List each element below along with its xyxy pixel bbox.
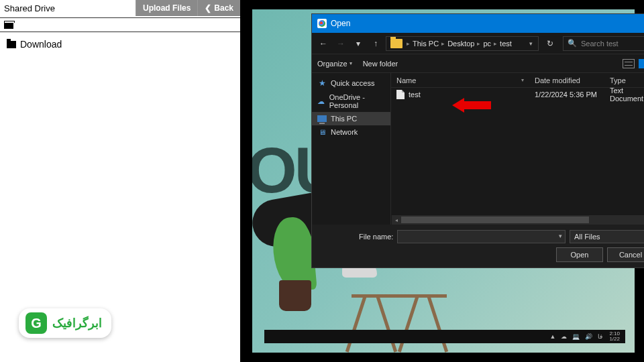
chevron-up-icon[interactable]: ▲ (550, 333, 556, 340)
column-name[interactable]: Name ▾ (391, 76, 529, 84)
watermark-icon: G (25, 312, 47, 334)
new-folder-button[interactable]: New folder (363, 60, 398, 68)
folder-icon (390, 39, 402, 48)
file-list[interactable]: test 1/22/2024 5:36 PM Text Document (391, 88, 644, 215)
volume-tray-icon[interactable]: 🔊 (585, 333, 592, 340)
file-list-pane: Name ▾ Date modified Type test 1/22/2024… (391, 73, 644, 225)
sidebar-item-quick-access[interactable]: ★ Quick access (312, 76, 390, 90)
nav-forward-button[interactable]: → (333, 36, 348, 51)
system-tray[interactable]: ▲ ☁ 💻 🔊 فا (550, 333, 603, 340)
file-type-filter[interactable]: All Files ▾ (570, 230, 644, 243)
file-name-input[interactable]: ▾ (397, 230, 566, 243)
search-icon: 🔍 (568, 39, 577, 48)
breadcrumb-desktop[interactable]: Desktop (447, 40, 474, 48)
shared-drive-tree: Download (0, 32, 240, 52)
search-placeholder: Search test (581, 40, 619, 48)
chevron-right-icon: ▸ (477, 40, 480, 47)
file-name-label: File name: (359, 233, 393, 241)
search-input[interactable]: 🔍 Search test (563, 36, 644, 51)
text-file-icon (396, 90, 405, 99)
breadcrumb-pc[interactable]: pc (483, 40, 491, 48)
pc-icon (317, 115, 327, 122)
dialog-navbar: ← → ▾ ↑ ▸ This PC ▸ Desktop ▸ pc ▸ test … (312, 33, 644, 54)
chevron-right-icon: ▸ (407, 40, 410, 47)
dialog-bottom-bar: File name: ▾ All Files ▾ Open Cancel (312, 225, 644, 267)
network-tray-icon[interactable]: 💻 (572, 333, 580, 340)
cancel-button[interactable]: Cancel (607, 247, 644, 262)
back-button[interactable]: ❮ Back (197, 0, 240, 16)
chevron-left-icon: ❮ (205, 3, 211, 13)
sidebar-item-network[interactable]: 🖥 Network (312, 125, 390, 139)
breadcrumb-this-pc[interactable]: This PC (413, 40, 439, 48)
chevron-down-icon: ▾ (350, 60, 352, 66)
column-date-modified[interactable]: Date modified (529, 76, 604, 84)
file-row[interactable]: test 1/22/2024 5:36 PM Text Document (391, 88, 644, 101)
shared-drive-title: Shared Drive (0, 3, 55, 13)
tree-item-label: Download (20, 39, 62, 50)
preview-pane-button[interactable] (639, 59, 644, 68)
close-button[interactable]: ✕ (634, 14, 644, 33)
chevron-right-icon: ▸ (441, 40, 445, 47)
sidebar-item-this-pc[interactable]: This PC (312, 112, 390, 125)
column-headers[interactable]: Name ▾ Date modified Type (391, 73, 644, 88)
refresh-button[interactable]: ↻ (543, 36, 557, 51)
file-date: 1/22/2024 5:36 PM (529, 90, 604, 99)
horizontal-scrollbar[interactable]: ◂ ▸ (392, 215, 644, 225)
dialog-title: Open (331, 19, 350, 28)
file-type: Text Document (604, 86, 644, 103)
nav-back-button[interactable]: ← (316, 36, 331, 51)
column-type[interactable]: Type (604, 76, 644, 84)
nav-recent-dropdown[interactable]: ▾ (351, 36, 366, 51)
file-name: test (409, 90, 421, 99)
folder-icon (7, 41, 16, 48)
dialog-toolbar: Organize ▾ New folder ? (312, 54, 644, 73)
divider (0, 17, 240, 18)
network-icon: 🖥 (317, 128, 327, 136)
dialog-sidebar: ★ Quick access ☁ OneDrive - Personal Thi… (312, 73, 391, 225)
watermark-logo: G ابرگرافیک (19, 308, 111, 338)
star-icon: ★ (317, 78, 327, 88)
drive-icon[interactable] (4, 22, 13, 29)
file-open-dialog: Open ✕ ← → ▾ ↑ ▸ This PC ▸ Desktop ▸ pc … (311, 13, 644, 268)
cloud-icon: ☁ (317, 97, 325, 106)
language-indicator[interactable]: فا (598, 333, 602, 340)
upload-files-button[interactable]: Upload Files (136, 0, 197, 16)
breadcrumb-test[interactable]: test (500, 40, 512, 48)
view-options-button[interactable] (623, 59, 635, 68)
tree-item-download[interactable]: Download (4, 36, 240, 52)
shared-drive-header: Shared Drive Upload Files ❮ Back (0, 0, 240, 16)
chevron-down-icon[interactable]: ▾ (559, 233, 562, 239)
shared-drive-panel: Shared Drive Upload Files ❮ Back Downloa… (0, 0, 240, 362)
scrollbar-thumb[interactable] (401, 217, 589, 223)
breadcrumb-bar[interactable]: ▸ This PC ▸ Desktop ▸ pc ▸ test ▾ (386, 36, 539, 51)
organize-menu[interactable]: Organize ▾ (317, 60, 352, 68)
back-button-label: Back (214, 3, 233, 13)
chrome-icon (317, 19, 327, 28)
nav-up-button[interactable]: ↑ (368, 36, 383, 51)
chevron-right-icon: ▸ (494, 40, 497, 47)
breadcrumb-dropdown-icon[interactable]: ▾ (527, 40, 535, 47)
scroll-left-icon[interactable]: ◂ (392, 215, 401, 225)
onedrive-tray-icon[interactable]: ☁ (561, 333, 567, 340)
taskbar: ▲ ☁ 💻 🔊 فا 2:10 1/22 (264, 330, 625, 343)
open-button[interactable]: Open (556, 247, 603, 262)
dialog-titlebar[interactable]: Open ✕ (312, 14, 644, 33)
taskbar-clock[interactable]: 2:10 1/22 (609, 331, 620, 342)
sort-indicator-icon: ▾ (521, 77, 524, 83)
watermark-text: ابرگرافیک (52, 316, 102, 330)
sidebar-item-onedrive[interactable]: ☁ OneDrive - Personal (312, 90, 390, 112)
